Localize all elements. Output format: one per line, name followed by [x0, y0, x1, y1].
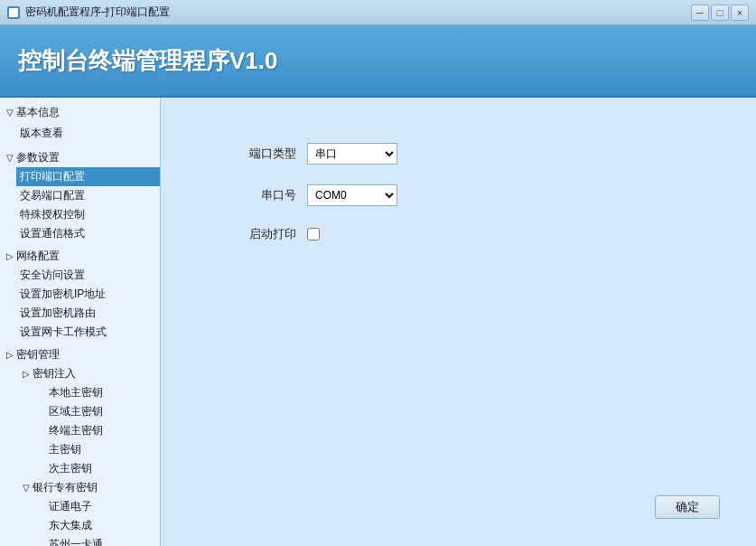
- expand-icon-basic-info: ▽: [4, 107, 16, 119]
- label-param-settings: 参数设置: [16, 150, 60, 165]
- tree-item-version-check: 版本查看: [0, 122, 160, 145]
- tree-item-basic-info: ▽ 基本信息 版本查看: [0, 101, 160, 146]
- label-suzhou-card: 苏州一卡通: [49, 537, 103, 546]
- sidebar-item-sub-master-key[interactable]: 次主密钥: [45, 459, 160, 478]
- sidebar-item-comm-format[interactable]: 设置通信格式: [16, 224, 160, 243]
- tree-item-key-mgmt: ▷ 密钥管理 ▷ 密钥注入 本地主密钥 区域主密钥 终端主密钥: [0, 344, 160, 546]
- sidebar-item-set-netcard[interactable]: 设置网卡工作模式: [16, 323, 160, 342]
- label-access-control: 安全访问设置: [20, 268, 85, 283]
- close-button[interactable]: ×: [731, 5, 749, 21]
- app-header: 控制台终端管理程序V1.0: [0, 25, 756, 98]
- expand-icon-key-mgmt: ▷: [4, 349, 16, 362]
- sidebar: ▽ 基本信息 版本查看 ▽ 参数设置 打印端口配置 交易端口配置: [0, 98, 161, 546]
- label-print-port: 打印端口配置: [20, 169, 85, 184]
- sidebar-item-local-master-key[interactable]: 本地主密钥: [45, 383, 160, 402]
- label-master-key: 主密钥: [49, 442, 81, 457]
- com-num-select[interactable]: COM0 COM1 COM2 COM3: [307, 184, 397, 206]
- port-type-label: 端口类型: [242, 146, 296, 162]
- com-num-label: 串口号: [242, 187, 296, 203]
- expand-icon-bank-spec: ▽: [20, 482, 33, 494]
- expand-icon-network: ▷: [4, 250, 16, 263]
- minimize-button[interactable]: ─: [691, 5, 709, 21]
- app-icon: [7, 6, 20, 19]
- label-set-ip: 设置加密机IP地址: [20, 287, 106, 302]
- sidebar-item-basic-info[interactable]: ▽ 基本信息: [0, 103, 160, 122]
- label-set-netcard: 设置网卡工作模式: [20, 325, 107, 340]
- sidebar-item-set-ip[interactable]: 设置加密机IP地址: [16, 285, 160, 304]
- sidebar-item-param-settings[interactable]: ▽ 参数设置: [0, 148, 160, 167]
- print-checkbox[interactable]: [307, 228, 320, 240]
- network-children: 安全访问设置 设置加密机IP地址 设置加密机路由 设置网卡工作模式: [0, 266, 160, 342]
- print-label: 启动打印: [242, 226, 296, 242]
- sidebar-item-set-route[interactable]: 设置加密机路由: [16, 304, 160, 323]
- port-type-row: 端口类型 串口 网口: [242, 143, 397, 165]
- port-type-select[interactable]: 串口 网口: [307, 143, 397, 165]
- label-basic-info: 基本信息: [16, 105, 60, 120]
- label-region-master-key: 区域主密钥: [49, 404, 103, 419]
- sidebar-item-key-inject[interactable]: ▷ 密钥注入: [16, 364, 160, 383]
- label-special-auth: 特殊授权控制: [20, 207, 85, 222]
- expand-icon-param: ▽: [4, 152, 16, 165]
- label-donghua-int: 东大集成: [49, 518, 92, 533]
- label-bank-spec-key: 银行专有密钥: [33, 480, 98, 495]
- maximize-button[interactable]: □: [711, 5, 729, 21]
- expand-icon-key-inject: ▷: [20, 368, 33, 381]
- sidebar-item-donghua-int[interactable]: 东大集成: [45, 516, 160, 535]
- sidebar-item-region-master-key[interactable]: 区域主密钥: [45, 402, 160, 421]
- print-row: 启动打印: [242, 226, 397, 242]
- label-key-inject: 密钥注入: [33, 366, 76, 381]
- sidebar-item-special-auth[interactable]: 特殊授权控制: [16, 205, 160, 224]
- label-comm-format: 设置通信格式: [20, 226, 85, 241]
- sidebar-item-terminal-master-key[interactable]: 终端主密钥: [45, 421, 160, 440]
- tree-item-param-settings: ▽ 参数设置 打印端口配置 交易端口配置 特殊授权控制 设置通信格式: [0, 146, 160, 245]
- tree-item-network-config: ▷ 网络配置 安全访问设置 设置加密机IP地址 设置加密机路由 设置网卡工作模式: [0, 245, 160, 344]
- sidebar-item-access-control[interactable]: 安全访问设置: [16, 266, 160, 285]
- label-key-mgmt: 密钥管理: [16, 347, 60, 362]
- label-cert-electron: 证通电子: [49, 499, 92, 514]
- label-terminal-master-key: 终端主密钥: [49, 423, 103, 438]
- svg-rect-0: [9, 8, 18, 17]
- app-title: 控制台终端管理程序V1.0: [18, 45, 278, 77]
- sidebar-item-version-check[interactable]: 版本查看: [16, 124, 160, 143]
- label-version-check: 版本查看: [20, 126, 63, 141]
- sidebar-item-cert-electron[interactable]: 证通电子: [45, 497, 160, 516]
- label-local-master-key: 本地主密钥: [49, 385, 103, 400]
- sidebar-item-print-port[interactable]: 打印端口配置: [16, 167, 160, 186]
- label-set-route: 设置加密机路由: [20, 306, 96, 321]
- sidebar-item-bank-spec-key[interactable]: ▽ 银行专有密钥: [16, 478, 160, 497]
- key-mgmt-children: ▷ 密钥注入 本地主密钥 区域主密钥 终端主密钥 主密钥: [0, 364, 160, 546]
- window-title: 密码机配置程序-打印端口配置: [25, 5, 691, 20]
- main-layout: ▽ 基本信息 版本查看 ▽ 参数设置 打印端口配置 交易端口配置: [0, 98, 756, 546]
- label-network-config: 网络配置: [16, 249, 60, 264]
- window-controls: ─ □ ×: [691, 5, 749, 21]
- label-trade-port: 交易端口配置: [20, 188, 85, 203]
- bank-spec-children: 证通电子 东大集成 苏州一卡通: [16, 497, 160, 546]
- confirm-button[interactable]: 确定: [655, 495, 720, 519]
- sidebar-item-network-config[interactable]: ▷ 网络配置: [0, 247, 160, 266]
- param-children: 打印端口配置 交易端口配置 特殊授权控制 设置通信格式: [0, 167, 160, 243]
- label-sub-master-key: 次主密钥: [49, 461, 92, 476]
- content-area: 端口类型 串口 网口 串口号 COM0 COM1 COM2 COM3 启动打印: [161, 98, 756, 546]
- sidebar-item-key-mgmt[interactable]: ▷ 密钥管理: [0, 345, 160, 364]
- sidebar-item-master-key[interactable]: 主密钥: [45, 440, 160, 459]
- sidebar-item-trade-port[interactable]: 交易端口配置: [16, 186, 160, 205]
- sidebar-item-suzhou-card[interactable]: 苏州一卡通: [45, 535, 160, 546]
- key-inject-children: 本地主密钥 区域主密钥 终端主密钥 主密钥 次主密钥: [16, 383, 160, 478]
- title-bar: 密码机配置程序-打印端口配置 ─ □ ×: [0, 0, 756, 25]
- com-num-row: 串口号 COM0 COM1 COM2 COM3: [242, 184, 397, 206]
- form-area: 端口类型 串口 网口 串口号 COM0 COM1 COM2 COM3 启动打印: [242, 143, 397, 242]
